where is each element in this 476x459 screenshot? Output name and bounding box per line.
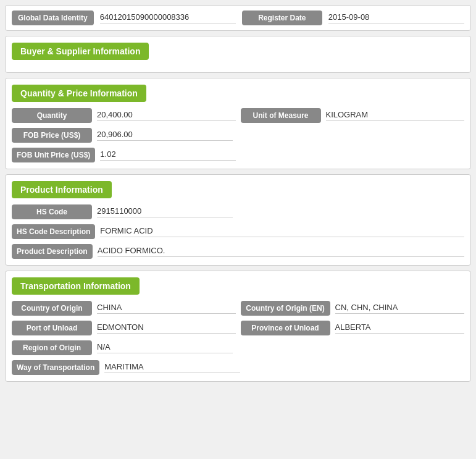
region-origin-label: Region of Origin	[12, 340, 92, 355]
fob-unit-price-label: FOB Unit Price (US$)	[12, 148, 95, 162]
province-unload-value: ALBERTA	[335, 322, 465, 334]
port-unload-col: Port of Unload EDMONTON	[12, 321, 236, 335]
register-date-label: Register Date	[242, 11, 322, 25]
transportation-section: Transportation Information Country of Or…	[5, 271, 471, 382]
country-origin-en-label: Country of Origin (EN)	[241, 301, 330, 316]
global-data-identity-label: Global Data Identity	[12, 11, 94, 25]
fob-price-row: FOB Price (US$) 20,906.00	[12, 128, 464, 143]
quantity-price-header: Quantity & Price Information	[12, 85, 146, 102]
hs-code-value: 2915110000	[97, 206, 233, 217]
buyer-supplier-header: Buyer & Supplier Information	[12, 43, 149, 60]
unit-measure-value: KILOGRAM	[326, 110, 465, 121]
register-date-value: 2015-09-08	[328, 12, 464, 23]
transportation-header: Transportation Information	[12, 277, 140, 295]
region-origin-row: Region of Origin N/A	[12, 340, 464, 355]
country-origin-col: Country of Origin CHINA	[12, 301, 236, 316]
prod-desc-row: Product Description ACIDO FORMICO.	[12, 244, 464, 259]
province-unload-label: Province of Unload	[241, 321, 330, 335]
port-unload-value: EDMONTON	[97, 322, 236, 334]
product-fields: HS Code 2915110000 HS Code Description F…	[12, 204, 464, 259]
hs-code-label: HS Code	[12, 204, 92, 219]
country-origin-row: Country of Origin CHINA Country of Origi…	[12, 301, 464, 316]
port-unload-label: Port of Unload	[12, 321, 92, 335]
identity-row: Global Data Identity 6401201509000000833…	[5, 5, 471, 31]
way-transport-row: Way of Transportation MARITIMA	[12, 360, 464, 375]
quantity-price-fields: Quantity 20,400.00 Unit of Measure KILOG…	[12, 108, 464, 162]
region-origin-value: N/A	[97, 342, 233, 353]
hs-desc-label: HS Code Description	[12, 224, 95, 239]
unit-col: Unit of Measure KILOGRAM	[241, 108, 465, 123]
port-unload-row: Port of Unload EDMONTON Province of Unlo…	[12, 321, 464, 335]
product-header: Product Information	[12, 181, 112, 198]
fob-unit-price-row: FOB Unit Price (US$) 1.02	[12, 148, 464, 162]
fob-unit-price-value: 1.02	[100, 149, 236, 161]
quantity-col: Quantity 20,400.00	[12, 108, 236, 123]
country-origin-label: Country of Origin	[12, 301, 92, 316]
transportation-fields: Country of Origin CHINA Country of Origi…	[12, 301, 464, 375]
hs-desc-row: HS Code Description FORMIC ACID	[12, 224, 464, 239]
province-unload-col: Province of Unload ALBERTA	[241, 321, 465, 335]
way-transport-label: Way of Transportation	[12, 360, 99, 375]
main-container: Global Data Identity 6401201509000000833…	[5, 5, 471, 382]
global-data-identity-value: 64012015090000008336	[100, 12, 236, 23]
quantity-unit-row: Quantity 20,400.00 Unit of Measure KILOG…	[12, 108, 464, 123]
prod-desc-value: ACIDO FORMICO.	[98, 246, 464, 257]
country-origin-en-col: Country of Origin (EN) CN, CHN, CHINA	[241, 301, 465, 316]
hs-code-row: HS Code 2915110000	[12, 204, 464, 219]
unit-measure-label: Unit of Measure	[241, 108, 321, 123]
hs-desc-value: FORMIC ACID	[100, 226, 464, 237]
buyer-supplier-section: Buyer & Supplier Information	[5, 36, 471, 73]
product-section: Product Information HS Code 2915110000 H…	[5, 174, 471, 266]
country-origin-en-value: CN, CHN, CHINA	[335, 303, 465, 314]
fob-price-value: 20,906.00	[97, 130, 233, 141]
quantity-value: 20,400.00	[97, 110, 236, 121]
quantity-label: Quantity	[12, 108, 92, 123]
way-transport-value: MARITIMA	[104, 362, 240, 373]
prod-desc-label: Product Description	[12, 244, 93, 259]
country-origin-value: CHINA	[97, 303, 236, 314]
fob-price-label: FOB Price (US$)	[12, 128, 92, 143]
quantity-price-section: Quantity & Price Information Quantity 20…	[5, 78, 471, 169]
